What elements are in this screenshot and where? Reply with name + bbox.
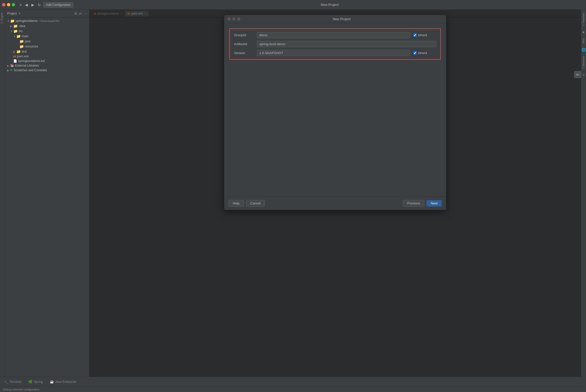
refresh-button[interactable]: ↻ (37, 2, 42, 7)
vtab-web-label: Web (582, 38, 585, 43)
tree-item-pom[interactable]: m pom.xml (5, 54, 89, 59)
favorites-star-icon[interactable]: ★ (581, 29, 586, 36)
scratches-arrow: ▶ (7, 69, 10, 72)
main-label: main (22, 34, 28, 38)
dialog-overlay: New Project GroupId Inherit (89, 10, 581, 377)
vtab-project[interactable]: 1: Project (0, 11, 5, 26)
tree-item-src[interactable]: ▼ 📁 src (5, 29, 89, 34)
dialog-close-btn[interactable] (227, 17, 231, 21)
previous-button[interactable]: Previous (403, 200, 425, 207)
dialog-footer: Help Cancel Previous Next (224, 197, 446, 210)
next-button[interactable]: Next (426, 200, 442, 207)
tree-item-java[interactable]: 📁 java (5, 39, 89, 44)
options-icon[interactable]: ⋯ (84, 11, 87, 16)
status-text: Debug selected configuration (3, 388, 39, 391)
root-folder-icon: 📁 (10, 19, 15, 23)
artifactid-row: ArtifactId (234, 41, 436, 47)
help-button[interactable]: Help (228, 200, 244, 207)
terminal-tab[interactable]: >_ Terminal (3, 379, 23, 385)
structure-icon[interactable]: ≡ (582, 71, 585, 78)
cancel-button[interactable]: Cancel (246, 200, 265, 207)
tree-item-main[interactable]: ▼ 📁 main (5, 34, 89, 39)
header-icons: ⚙ ⇄ ⋯ (74, 11, 87, 16)
vtab-favorites-label: 2: Favorites (582, 13, 585, 26)
version-row: Version Inherit (234, 50, 436, 56)
iml-label: springbootdemo.iml (18, 59, 45, 63)
main-folder-icon: 📁 (16, 34, 21, 38)
status-bar: Debug selected configuration (0, 386, 586, 392)
java-label: java (25, 40, 30, 43)
close-button[interactable] (2, 3, 5, 6)
vtab-zstructure[interactable]: Z-Structure (582, 54, 585, 71)
dialog-traffic-lights (227, 17, 240, 21)
java-folder-icon: 📁 (19, 39, 24, 43)
groupid-inherit-checkbox[interactable] (413, 33, 417, 37)
root-name: springbootdemo (16, 19, 38, 23)
maximize-button[interactable] (12, 3, 15, 6)
artifactid-input[interactable] (257, 41, 436, 47)
spring-icon: 🌿 (28, 380, 32, 384)
groupid-input[interactable] (257, 32, 410, 38)
version-input[interactable] (257, 50, 410, 56)
settings-gear-icon[interactable]: ⚙ (74, 11, 77, 16)
main-arrow: ▼ (13, 35, 16, 38)
extlibs-label: External Libraries (15, 64, 39, 67)
toolbar-actions: ≡ ◀ ▶ ↻ Add Configuration (18, 2, 73, 8)
file-icon[interactable]: ≡ (18, 2, 23, 7)
right-area: s springbootdemo ✕ m pom.xml ✕ (89, 10, 581, 377)
idea-folder-icon: 📁 (13, 24, 18, 28)
dialog-max-btn[interactable] (237, 17, 240, 21)
java-enterprise-tab[interactable]: ☕ Java Enterprise (48, 379, 78, 385)
groupid-inherit-label: Inherit (418, 33, 427, 37)
project-dropdown-arrow[interactable]: ▼ (18, 12, 21, 15)
resources-folder-icon: 📁 (19, 44, 24, 48)
tree-item-resources[interactable]: 📁 resources (5, 44, 89, 49)
vtab-zstructure-label: Z-Structure (582, 56, 585, 69)
resources-label: resources (25, 45, 38, 48)
forward-button[interactable]: ▶ (30, 2, 36, 7)
root-arrow: ▼ (7, 20, 10, 22)
extlibs-icon: 📚 (10, 64, 14, 67)
web-icon[interactable]: 🌐 (581, 46, 586, 53)
layout-icon[interactable]: ⇄ (79, 11, 82, 16)
version-inherit-checkbox[interactable] (413, 51, 417, 55)
window-title: New Project (75, 3, 584, 7)
pom-label: pom.xml (17, 55, 29, 58)
dialog-min-btn[interactable] (232, 17, 236, 21)
test-folder-icon: 📁 (16, 50, 21, 54)
vtab-favorites[interactable]: 2: Favorites (582, 11, 585, 28)
tree-item-scratches[interactable]: ▶ ✏ Scratches and Consoles (5, 68, 89, 72)
idea-label: .idea (19, 24, 25, 28)
tree-item-iml[interactable]: 📄 springbootdemo.iml (5, 59, 89, 63)
maven-fields-section: GroupId Inherit ArtifactId (229, 28, 441, 60)
tree-item-external-libs[interactable]: ▶ 📚 External Libraries (5, 63, 89, 68)
tree-item-test[interactable]: ▶ 📁 test (5, 49, 89, 54)
vtab-project-label: 1: Project (1, 13, 3, 23)
src-folder-icon: 📁 (13, 29, 18, 33)
scratches-label: Scratches and Consoles (14, 68, 47, 72)
test-arrow: ▶ (13, 50, 16, 53)
back-button[interactable]: ◀ (24, 2, 29, 7)
terminal-icon: >_ (5, 380, 8, 384)
tree-item-root[interactable]: ▼ 📁 springbootdemo ~/Downloads/Wc (5, 18, 89, 23)
add-configuration-button[interactable]: Add Configuration (43, 2, 73, 8)
artifactid-label: ArtifactId (234, 42, 257, 46)
groupid-row: GroupId Inherit (234, 32, 436, 38)
src-label: src (19, 29, 23, 33)
minimize-button[interactable] (7, 3, 10, 6)
tree-item-idea[interactable]: ▶ 📁 .idea (5, 23, 89, 29)
spring-tab[interactable]: 🌿 Spring (27, 379, 44, 385)
dialog-spacer (229, 64, 441, 191)
right-vtabs: 2: Favorites ★ Web 🌐 Z-Structure ≡ (581, 10, 586, 377)
new-project-dialog: New Project GroupId Inherit (224, 15, 446, 210)
titlebar: ≡ ◀ ▶ ↻ Add Configuration New Project (0, 0, 586, 10)
du-button[interactable]: du (574, 71, 581, 78)
extlibs-arrow: ▶ (7, 64, 10, 67)
src-arrow: ▼ (10, 30, 13, 33)
java-enterprise-icon: ☕ (50, 380, 54, 384)
vtab-web[interactable]: Web (582, 36, 585, 45)
dialog-title: New Project (240, 17, 443, 21)
left-vtabs: 1: Project (0, 10, 5, 377)
pom-icon: m (13, 55, 16, 58)
project-tree: ▼ 📁 springbootdemo ~/Downloads/Wc ▶ 📁 .i… (5, 17, 89, 377)
